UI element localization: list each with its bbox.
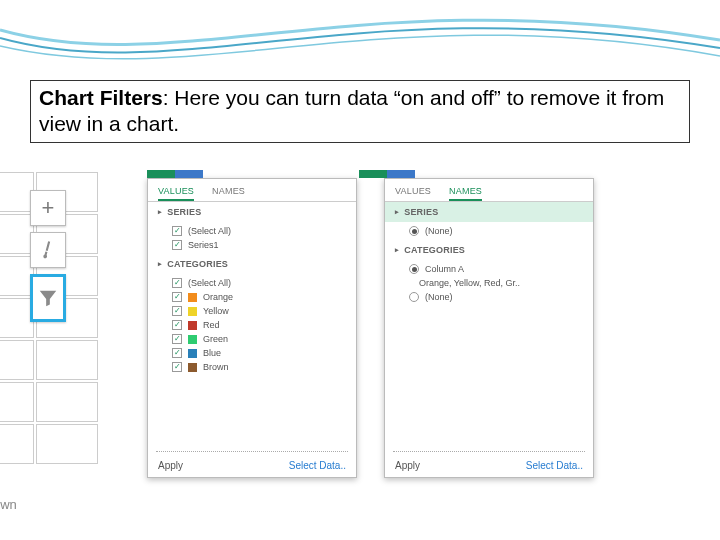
tab-names[interactable]: NAMES xyxy=(212,183,245,201)
checkbox-icon: ✓ xyxy=(172,278,182,288)
funnel-icon xyxy=(37,287,59,309)
section-series-header[interactable]: ▸ SERIES xyxy=(385,202,593,222)
chart-elements-button[interactable]: + xyxy=(30,190,66,226)
chart-button-column: + Brown xyxy=(0,170,145,480)
checkbox-icon: ✓ xyxy=(172,226,182,236)
section-categories-header[interactable]: ▸ CATEGORIES xyxy=(148,254,356,274)
radio-icon xyxy=(409,226,419,236)
category-radio-item[interactable]: (None) xyxy=(409,290,593,304)
chevron-down-icon: ▸ xyxy=(395,208,399,216)
chevron-down-icon: ▸ xyxy=(395,246,399,254)
chart-styles-button[interactable] xyxy=(30,232,66,268)
slide-wave-header xyxy=(0,0,720,90)
color-swatch xyxy=(188,321,197,330)
checkbox-icon: ✓ xyxy=(172,240,182,250)
axis-label-brown: Brown xyxy=(0,497,17,512)
color-swatch xyxy=(188,363,197,372)
tab-values[interactable]: VALUES xyxy=(158,183,194,201)
item-label: Yellow xyxy=(203,306,229,316)
divider xyxy=(393,451,585,452)
section-categories-header[interactable]: ▸ CATEGORIES xyxy=(385,240,593,260)
item-label: Orange, Yellow, Red, Gr.. xyxy=(419,278,520,288)
category-item[interactable]: ✓Green xyxy=(172,332,356,346)
series-item[interactable]: ✓Series1 xyxy=(172,238,356,252)
color-swatch xyxy=(188,335,197,344)
apply-button[interactable]: Apply xyxy=(395,460,420,471)
color-swatch xyxy=(188,307,197,316)
item-label: (Select All) xyxy=(188,226,231,236)
select-data-link[interactable]: Select Data.. xyxy=(526,460,583,471)
category-secondary-label: Orange, Yellow, Red, Gr.. xyxy=(409,276,593,290)
category-item[interactable]: ✓Yellow xyxy=(172,304,356,318)
item-label: (Select All) xyxy=(188,278,231,288)
category-item[interactable]: ✓Brown xyxy=(172,360,356,374)
tab-values[interactable]: VALUES xyxy=(395,183,431,201)
item-label: Green xyxy=(203,334,228,344)
item-label: (None) xyxy=(425,226,453,236)
color-swatch xyxy=(188,293,197,302)
paintbrush-icon xyxy=(36,238,61,263)
category-item[interactable]: ✓(Select All) xyxy=(172,276,356,290)
item-label: Brown xyxy=(203,362,229,372)
chart-tab-strip xyxy=(359,170,594,178)
filter-flyout-names: VALUES NAMES ▸ SERIES (None) ▸ CATEGORIE… xyxy=(359,170,594,480)
chart-filters-button[interactable] xyxy=(30,274,66,322)
radio-icon xyxy=(409,292,419,302)
category-item[interactable]: ✓Orange xyxy=(172,290,356,304)
checkbox-icon: ✓ xyxy=(172,334,182,344)
color-swatch xyxy=(188,349,197,358)
item-label: Blue xyxy=(203,348,221,358)
category-item[interactable]: ✓Red xyxy=(172,318,356,332)
series-radio-item[interactable]: (None) xyxy=(409,224,593,238)
divider xyxy=(156,451,348,452)
section-series-header[interactable]: ▸ SERIES xyxy=(148,202,356,222)
desc-bold: Chart Filters xyxy=(39,86,163,109)
item-label: Orange xyxy=(203,292,233,302)
checkbox-icon: ✓ xyxy=(172,292,182,302)
chart-tab-strip xyxy=(147,170,357,178)
content-area: + Brown VALUES NAMES ▸ SERIES ✓(Select A… xyxy=(0,170,720,480)
checkbox-icon: ✓ xyxy=(172,320,182,330)
description-box: Chart Filters: Here you can turn data “o… xyxy=(30,80,690,143)
item-label: Red xyxy=(203,320,220,330)
apply-button[interactable]: Apply xyxy=(158,460,183,471)
checkbox-icon: ✓ xyxy=(172,348,182,358)
filter-flyout-values: VALUES NAMES ▸ SERIES ✓(Select All)✓Seri… xyxy=(147,170,357,480)
tab-names[interactable]: NAMES xyxy=(449,183,482,201)
item-label: Column A xyxy=(425,264,464,274)
radio-icon xyxy=(409,264,419,274)
chevron-down-icon: ▸ xyxy=(158,208,162,216)
item-label: (None) xyxy=(425,292,453,302)
category-item[interactable]: ✓Blue xyxy=(172,346,356,360)
item-label: Series1 xyxy=(188,240,219,250)
chevron-down-icon: ▸ xyxy=(158,260,162,268)
plus-icon: + xyxy=(42,195,55,221)
select-data-link[interactable]: Select Data.. xyxy=(289,460,346,471)
series-item[interactable]: ✓(Select All) xyxy=(172,224,356,238)
category-radio-item[interactable]: Column A xyxy=(409,262,593,276)
checkbox-icon: ✓ xyxy=(172,306,182,316)
checkbox-icon: ✓ xyxy=(172,362,182,372)
